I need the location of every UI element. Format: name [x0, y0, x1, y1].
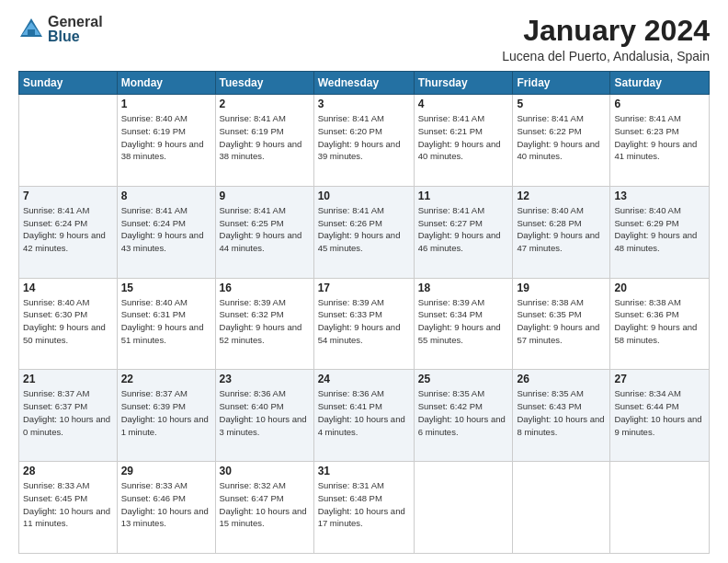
logo-text: General Blue [48, 15, 103, 44]
col-tuesday: Tuesday [215, 72, 313, 95]
day-number: 8 [121, 190, 211, 202]
day-cell: 17Sunrise: 8:39 AMSunset: 6:33 PMDayligh… [313, 278, 414, 370]
day-cell: 25Sunrise: 8:35 AMSunset: 6:42 PMDayligh… [414, 370, 513, 462]
day-number: 20 [614, 282, 705, 294]
day-cell [414, 462, 513, 554]
day-number: 16 [220, 282, 310, 294]
col-friday: Friday [513, 72, 610, 95]
day-detail: Sunrise: 8:35 AMSunset: 6:42 PMDaylight:… [418, 387, 509, 438]
day-number: 22 [121, 373, 211, 385]
day-cell: 1Sunrise: 8:40 AMSunset: 6:19 PMDaylight… [117, 95, 215, 187]
day-number: 15 [121, 282, 211, 294]
day-detail: Sunrise: 8:41 AMSunset: 6:25 PMDaylight:… [220, 204, 310, 255]
day-cell: 3Sunrise: 8:41 AMSunset: 6:20 PMDaylight… [313, 95, 414, 187]
day-detail: Sunrise: 8:31 AMSunset: 6:48 PMDaylight:… [318, 479, 410, 530]
header: General Blue January 2024 Lucena del Pue… [18, 15, 710, 63]
day-number: 24 [318, 373, 410, 385]
svg-rect-2 [28, 29, 35, 37]
day-detail: Sunrise: 8:41 AMSunset: 6:24 PMDaylight:… [23, 204, 113, 255]
header-row: Sunday Monday Tuesday Wednesday Thursday… [19, 72, 710, 95]
logo: General Blue [18, 15, 103, 44]
day-number: 23 [220, 373, 310, 385]
day-cell [19, 95, 118, 187]
week-row-3: 14Sunrise: 8:40 AMSunset: 6:30 PMDayligh… [19, 278, 710, 370]
day-cell: 2Sunrise: 8:41 AMSunset: 6:19 PMDaylight… [215, 95, 313, 187]
day-cell: 6Sunrise: 8:41 AMSunset: 6:23 PMDaylight… [610, 95, 710, 187]
logo-blue: Blue [48, 29, 103, 44]
day-cell: 19Sunrise: 8:38 AMSunset: 6:35 PMDayligh… [513, 278, 610, 370]
day-number: 7 [23, 190, 113, 202]
day-detail: Sunrise: 8:36 AMSunset: 6:41 PMDaylight:… [318, 387, 410, 438]
day-detail: Sunrise: 8:37 AMSunset: 6:39 PMDaylight:… [121, 387, 211, 438]
day-cell: 11Sunrise: 8:41 AMSunset: 6:27 PMDayligh… [414, 186, 513, 278]
day-detail: Sunrise: 8:35 AMSunset: 6:43 PMDaylight:… [517, 387, 606, 438]
day-number: 10 [318, 190, 410, 202]
day-number: 13 [614, 190, 705, 202]
week-row-4: 21Sunrise: 8:37 AMSunset: 6:37 PMDayligh… [19, 370, 710, 462]
day-cell: 5Sunrise: 8:41 AMSunset: 6:22 PMDaylight… [513, 95, 610, 187]
day-number: 30 [220, 465, 310, 477]
day-number: 21 [23, 373, 113, 385]
day-detail: Sunrise: 8:41 AMSunset: 6:23 PMDaylight:… [614, 112, 705, 163]
day-number: 11 [418, 190, 509, 202]
day-cell: 7Sunrise: 8:41 AMSunset: 6:24 PMDaylight… [19, 186, 118, 278]
calendar-table: Sunday Monday Tuesday Wednesday Thursday… [18, 71, 710, 554]
day-detail: Sunrise: 8:34 AMSunset: 6:44 PMDaylight:… [614, 387, 705, 438]
day-detail: Sunrise: 8:41 AMSunset: 6:26 PMDaylight:… [318, 204, 410, 255]
day-detail: Sunrise: 8:39 AMSunset: 6:34 PMDaylight:… [418, 296, 509, 347]
day-detail: Sunrise: 8:40 AMSunset: 6:19 PMDaylight:… [121, 112, 211, 163]
day-cell: 24Sunrise: 8:36 AMSunset: 6:41 PMDayligh… [313, 370, 414, 462]
week-row-5: 28Sunrise: 8:33 AMSunset: 6:45 PMDayligh… [19, 462, 710, 554]
day-number: 12 [517, 190, 606, 202]
logo-general: General [48, 15, 103, 29]
day-cell: 26Sunrise: 8:35 AMSunset: 6:43 PMDayligh… [513, 370, 610, 462]
day-cell: 10Sunrise: 8:41 AMSunset: 6:26 PMDayligh… [313, 186, 414, 278]
day-detail: Sunrise: 8:38 AMSunset: 6:36 PMDaylight:… [614, 296, 705, 347]
day-cell: 4Sunrise: 8:41 AMSunset: 6:21 PMDaylight… [414, 95, 513, 187]
col-monday: Monday [117, 72, 215, 95]
day-number: 5 [517, 98, 606, 110]
month-title: January 2024 [502, 15, 710, 47]
col-wednesday: Wednesday [313, 72, 414, 95]
day-cell: 18Sunrise: 8:39 AMSunset: 6:34 PMDayligh… [414, 278, 513, 370]
day-number: 26 [517, 373, 606, 385]
day-detail: Sunrise: 8:32 AMSunset: 6:47 PMDaylight:… [220, 479, 310, 530]
day-cell: 30Sunrise: 8:32 AMSunset: 6:47 PMDayligh… [215, 462, 313, 554]
col-thursday: Thursday [414, 72, 513, 95]
day-number: 31 [318, 465, 410, 477]
day-detail: Sunrise: 8:41 AMSunset: 6:24 PMDaylight:… [121, 204, 211, 255]
logo-icon [18, 17, 44, 42]
day-number: 18 [418, 282, 509, 294]
week-row-2: 7Sunrise: 8:41 AMSunset: 6:24 PMDaylight… [19, 186, 710, 278]
day-detail: Sunrise: 8:40 AMSunset: 6:28 PMDaylight:… [517, 204, 606, 255]
day-number: 6 [614, 98, 705, 110]
day-cell: 20Sunrise: 8:38 AMSunset: 6:36 PMDayligh… [610, 278, 710, 370]
day-detail: Sunrise: 8:38 AMSunset: 6:35 PMDaylight:… [517, 296, 606, 347]
day-detail: Sunrise: 8:36 AMSunset: 6:40 PMDaylight:… [220, 387, 310, 438]
day-cell: 8Sunrise: 8:41 AMSunset: 6:24 PMDaylight… [117, 186, 215, 278]
day-cell: 9Sunrise: 8:41 AMSunset: 6:25 PMDaylight… [215, 186, 313, 278]
day-number: 19 [517, 282, 606, 294]
day-number: 3 [318, 98, 410, 110]
day-detail: Sunrise: 8:41 AMSunset: 6:21 PMDaylight:… [418, 112, 509, 163]
day-detail: Sunrise: 8:40 AMSunset: 6:31 PMDaylight:… [121, 296, 211, 347]
col-saturday: Saturday [610, 72, 710, 95]
day-cell [610, 462, 710, 554]
day-cell: 16Sunrise: 8:39 AMSunset: 6:32 PMDayligh… [215, 278, 313, 370]
day-number: 29 [121, 465, 211, 477]
day-detail: Sunrise: 8:41 AMSunset: 6:19 PMDaylight:… [220, 112, 310, 163]
day-cell: 27Sunrise: 8:34 AMSunset: 6:44 PMDayligh… [610, 370, 710, 462]
day-detail: Sunrise: 8:33 AMSunset: 6:45 PMDaylight:… [23, 479, 113, 530]
day-number: 4 [418, 98, 509, 110]
day-detail: Sunrise: 8:40 AMSunset: 6:30 PMDaylight:… [23, 296, 113, 347]
day-detail: Sunrise: 8:40 AMSunset: 6:29 PMDaylight:… [614, 204, 705, 255]
col-sunday: Sunday [19, 72, 118, 95]
day-cell: 23Sunrise: 8:36 AMSunset: 6:40 PMDayligh… [215, 370, 313, 462]
day-cell: 31Sunrise: 8:31 AMSunset: 6:48 PMDayligh… [313, 462, 414, 554]
day-detail: Sunrise: 8:41 AMSunset: 6:20 PMDaylight:… [318, 112, 410, 163]
day-detail: Sunrise: 8:41 AMSunset: 6:27 PMDaylight:… [418, 204, 509, 255]
day-cell: 14Sunrise: 8:40 AMSunset: 6:30 PMDayligh… [19, 278, 118, 370]
day-detail: Sunrise: 8:41 AMSunset: 6:22 PMDaylight:… [517, 112, 606, 163]
location: Lucena del Puerto, Andalusia, Spain [502, 49, 710, 63]
day-number: 27 [614, 373, 705, 385]
